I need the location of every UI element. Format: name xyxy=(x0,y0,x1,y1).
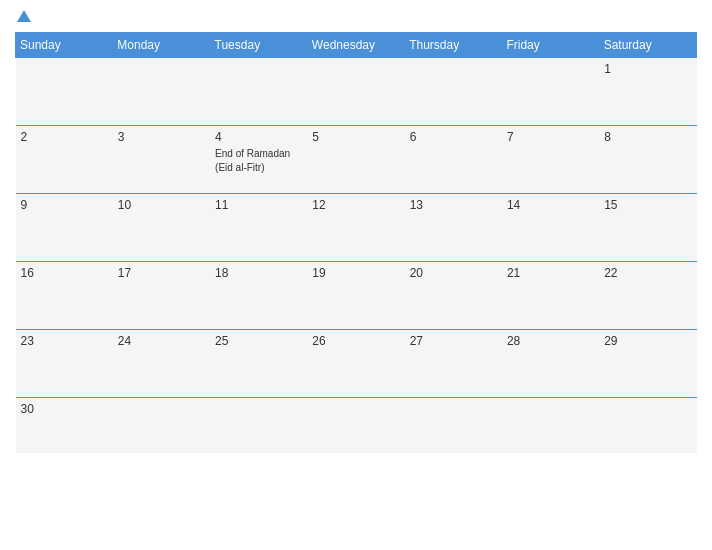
calendar-cell: 14 xyxy=(502,194,599,262)
calendar-cell: 28 xyxy=(502,330,599,398)
week-row-2: 9101112131415 xyxy=(16,194,697,262)
calendar-cell: 19 xyxy=(307,262,404,330)
calendar-cell xyxy=(16,58,113,126)
day-number: 27 xyxy=(410,334,497,348)
calendar-cell: 4End of Ramadan (Eid al-Fitr) xyxy=(210,126,307,194)
calendar-cell: 27 xyxy=(405,330,502,398)
day-number: 30 xyxy=(21,402,108,416)
calendar-cell: 20 xyxy=(405,262,502,330)
day-number: 29 xyxy=(604,334,691,348)
day-number: 2 xyxy=(21,130,108,144)
calendar-cell xyxy=(405,58,502,126)
day-number: 5 xyxy=(312,130,399,144)
calendar-cell: 3 xyxy=(113,126,210,194)
day-number: 28 xyxy=(507,334,594,348)
calendar-cell: 15 xyxy=(599,194,696,262)
day-number: 8 xyxy=(604,130,691,144)
day-number: 18 xyxy=(215,266,302,280)
day-number: 16 xyxy=(21,266,108,280)
calendar-cell: 23 xyxy=(16,330,113,398)
day-number: 11 xyxy=(215,198,302,212)
calendar-cell xyxy=(210,58,307,126)
calendar-cell xyxy=(307,58,404,126)
week-row-1: 234End of Ramadan (Eid al-Fitr)5678 xyxy=(16,126,697,194)
calendar-container: SundayMondayTuesdayWednesdayThursdayFrid… xyxy=(0,0,712,550)
day-number: 17 xyxy=(118,266,205,280)
day-number: 25 xyxy=(215,334,302,348)
calendar-cell: 12 xyxy=(307,194,404,262)
calendar-cell: 2 xyxy=(16,126,113,194)
logo-triangle-icon xyxy=(17,10,31,22)
day-number: 15 xyxy=(604,198,691,212)
calendar-cell: 1 xyxy=(599,58,696,126)
event-label: End of Ramadan (Eid al-Fitr) xyxy=(215,148,290,173)
day-number: 14 xyxy=(507,198,594,212)
day-number: 24 xyxy=(118,334,205,348)
calendar-cell: 17 xyxy=(113,262,210,330)
week-row-0: 1 xyxy=(16,58,697,126)
calendar-cell xyxy=(599,398,696,453)
calendar-cell: 30 xyxy=(16,398,113,453)
calendar-cell: 24 xyxy=(113,330,210,398)
calendar-cell xyxy=(502,398,599,453)
calendar-cell: 16 xyxy=(16,262,113,330)
calendar-cell: 9 xyxy=(16,194,113,262)
day-number: 6 xyxy=(410,130,497,144)
day-number: 4 xyxy=(215,130,302,144)
calendar-cell xyxy=(210,398,307,453)
week-row-3: 16171819202122 xyxy=(16,262,697,330)
calendar-cell: 6 xyxy=(405,126,502,194)
weekday-tuesday: Tuesday xyxy=(210,33,307,58)
calendar-cell: 22 xyxy=(599,262,696,330)
weekday-header-row: SundayMondayTuesdayWednesdayThursdayFrid… xyxy=(16,33,697,58)
logo-text xyxy=(15,10,31,24)
calendar-cell: 29 xyxy=(599,330,696,398)
week-row-5: 30 xyxy=(16,398,697,453)
calendar-cell: 21 xyxy=(502,262,599,330)
weekday-thursday: Thursday xyxy=(405,33,502,58)
calendar-cell xyxy=(307,398,404,453)
calendar-cell: 5 xyxy=(307,126,404,194)
calendar-cell: 18 xyxy=(210,262,307,330)
calendar-header xyxy=(15,10,697,24)
week-row-4: 23242526272829 xyxy=(16,330,697,398)
calendar-cell: 10 xyxy=(113,194,210,262)
day-number: 26 xyxy=(312,334,399,348)
day-number: 13 xyxy=(410,198,497,212)
calendar-cell: 11 xyxy=(210,194,307,262)
day-number: 3 xyxy=(118,130,205,144)
day-number: 20 xyxy=(410,266,497,280)
day-number: 10 xyxy=(118,198,205,212)
weekday-friday: Friday xyxy=(502,33,599,58)
day-number: 22 xyxy=(604,266,691,280)
calendar-cell xyxy=(502,58,599,126)
calendar-cell: 26 xyxy=(307,330,404,398)
day-number: 9 xyxy=(21,198,108,212)
calendar-cell xyxy=(405,398,502,453)
day-number: 23 xyxy=(21,334,108,348)
day-number: 19 xyxy=(312,266,399,280)
calendar-cell: 7 xyxy=(502,126,599,194)
day-number: 21 xyxy=(507,266,594,280)
calendar-cell xyxy=(113,58,210,126)
calendar-cell: 25 xyxy=(210,330,307,398)
calendar-cell xyxy=(113,398,210,453)
calendar-cell: 8 xyxy=(599,126,696,194)
day-number: 7 xyxy=(507,130,594,144)
calendar-body: 1234End of Ramadan (Eid al-Fitr)56789101… xyxy=(16,58,697,453)
day-number: 12 xyxy=(312,198,399,212)
logo xyxy=(15,10,31,24)
weekday-monday: Monday xyxy=(113,33,210,58)
day-number: 1 xyxy=(604,62,691,76)
calendar-grid: SundayMondayTuesdayWednesdayThursdayFrid… xyxy=(15,32,697,453)
weekday-sunday: Sunday xyxy=(16,33,113,58)
weekday-wednesday: Wednesday xyxy=(307,33,404,58)
calendar-cell: 13 xyxy=(405,194,502,262)
weekday-saturday: Saturday xyxy=(599,33,696,58)
